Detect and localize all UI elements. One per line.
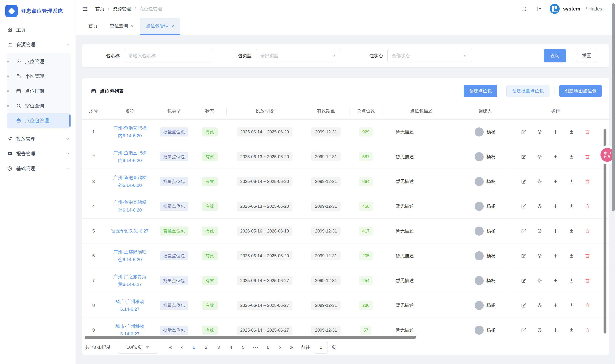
create-batch-package-button[interactable]: 创建批量点位包 <box>506 85 549 97</box>
create-map-package-button[interactable]: 创建地图点位包 <box>559 85 602 97</box>
view-icon[interactable] <box>537 253 542 259</box>
sidebar-item-grid[interactable]: 主页 <box>0 22 76 37</box>
last-page-button[interactable]: » <box>287 343 296 352</box>
package-name-link[interactable]: 广州-广之旅青海黄6.14-6.27 <box>111 273 149 288</box>
download-icon[interactable] <box>569 253 574 259</box>
edit-icon[interactable] <box>521 179 526 184</box>
package-type-select[interactable]: 全部类型 <box>256 49 340 62</box>
download-icon[interactable] <box>569 278 574 283</box>
sidebar-subitem-search[interactable]: 空位查询 <box>7 98 71 113</box>
goto-page-input[interactable] <box>314 341 328 353</box>
package-name-link[interactable]: 城市-广州移动6.14-6.27 <box>111 323 149 335</box>
view-icon[interactable] <box>537 327 542 333</box>
delete-icon[interactable] <box>585 154 590 159</box>
package-status-select[interactable]: 全部状态 <box>387 49 472 62</box>
breadcrumb-item[interactable]: 首页 <box>95 6 104 12</box>
edit-icon[interactable] <box>521 203 526 209</box>
delete-icon[interactable] <box>585 253 590 259</box>
download-icon[interactable] <box>569 129 574 135</box>
page-number[interactable]: 1 <box>189 343 199 352</box>
view-icon[interactable] <box>537 179 542 184</box>
add-icon[interactable] <box>553 154 558 159</box>
page-number[interactable]: 3 <box>214 343 223 352</box>
tab-点位包管理[interactable]: 点位包管理 × <box>140 18 180 35</box>
sidebar-subitem-target[interactable]: 点位管理 <box>7 54 71 69</box>
reset-button[interactable]: 重置 <box>576 49 597 62</box>
package-name-link[interactable]: 广州-鱼泡直聘梯内6.14-6.20 <box>111 149 149 164</box>
edit-icon[interactable] <box>521 253 526 259</box>
package-name-link[interactable]: 广州-鱼泡直聘梯外6.14-6.20 <box>111 199 149 214</box>
sidebar-collapse-icon[interactable] <box>82 6 88 12</box>
delete-icon[interactable] <box>585 203 590 209</box>
add-icon[interactable] <box>553 129 558 135</box>
delete-icon[interactable] <box>585 302 590 308</box>
breadcrumb-item[interactable]: 资源管理 <box>113 6 131 12</box>
sidebar-item-folder[interactable]: 资源管理 <box>0 37 76 52</box>
add-icon[interactable] <box>553 228 558 234</box>
view-icon[interactable] <box>537 278 542 283</box>
view-icon[interactable] <box>537 228 542 234</box>
search-button[interactable]: 查询 <box>544 49 566 62</box>
prev-page-button[interactable]: ‹ <box>177 343 187 352</box>
sidebar-item-report[interactable]: 报告管理 <box>0 146 76 161</box>
delete-icon[interactable] <box>585 278 590 283</box>
period-badge: 2025-06-14 ~ 2025-06-20 <box>237 251 293 260</box>
delete-icon[interactable] <box>585 327 590 333</box>
add-icon[interactable] <box>553 327 558 333</box>
download-icon[interactable] <box>569 154 574 159</box>
delete-icon[interactable] <box>585 228 590 234</box>
sidebar-item-gear[interactable]: 基础管理 <box>0 161 76 176</box>
delete-icon[interactable] <box>585 129 590 135</box>
page-number[interactable]: 5 <box>239 343 248 352</box>
user-chip[interactable]: Worktile system 「Hades」 <box>550 4 607 14</box>
package-name-link[interactable]: 广州-鱼泡直聘梯内6.14-6.20 <box>111 124 149 139</box>
sidebar-subitem-building[interactable]: 小区管理 <box>7 69 71 84</box>
sidebar-subitem-calendar[interactable]: 点位排期 <box>7 84 71 98</box>
first-page-button[interactable]: « <box>166 343 175 352</box>
package-name-link[interactable]: 省广-广州移动6.14-6.27 <box>111 298 149 313</box>
download-icon[interactable] <box>569 179 574 184</box>
edit-icon[interactable] <box>521 129 526 135</box>
page-number[interactable]: 8 <box>263 343 273 352</box>
package-name-link[interactable]: 广州-鱼泡直聘梯外6.14-6.20 <box>111 174 149 189</box>
more-pages-button[interactable]: ··· <box>251 343 261 352</box>
sidebar-subitem-bag[interactable]: 点位包管理 <box>7 113 71 128</box>
download-icon[interactable] <box>569 203 574 209</box>
fullscreen-icon[interactable] <box>521 6 527 12</box>
package-name-input[interactable] <box>124 49 212 62</box>
download-icon[interactable] <box>569 327 574 333</box>
tab-首页[interactable]: 首页 <box>82 18 104 35</box>
font-size-icon[interactable]: TT <box>535 5 541 12</box>
page-number[interactable]: 2 <box>201 343 211 352</box>
delete-icon[interactable] <box>585 179 590 184</box>
view-icon[interactable] <box>537 154 542 159</box>
view-icon[interactable] <box>537 129 542 135</box>
add-icon[interactable] <box>553 278 558 283</box>
edit-icon[interactable] <box>521 302 526 308</box>
edit-icon[interactable] <box>521 228 526 234</box>
download-icon[interactable] <box>569 302 574 308</box>
package-name-link[interactable]: 富颐华庭5.31-6.27 <box>111 227 149 235</box>
horizontal-scrollbar-thumb[interactable] <box>85 336 416 339</box>
row-index: 3 <box>92 179 95 184</box>
create-package-button[interactable]: 创建点位包 <box>464 85 497 97</box>
add-icon[interactable] <box>553 253 558 259</box>
add-icon[interactable] <box>553 302 558 308</box>
add-icon[interactable] <box>553 179 558 184</box>
sidebar-item-send[interactable]: 投放管理 <box>0 131 76 146</box>
view-icon[interactable] <box>537 203 542 209</box>
page-size-select[interactable]: 10条/页 <box>118 341 158 353</box>
tab-空位查询[interactable]: 空位查询 × <box>104 18 140 35</box>
page-scrollbar-thumb[interactable] <box>612 3 615 211</box>
page-number[interactable]: 4 <box>226 343 236 352</box>
edit-icon[interactable] <box>521 154 526 159</box>
edit-icon[interactable] <box>521 327 526 333</box>
next-page-button[interactable]: › <box>275 343 285 352</box>
close-icon[interactable]: × <box>171 24 174 28</box>
package-name-link[interactable]: 广州-王赫野演唱会6.14-6.20 <box>111 248 149 263</box>
close-icon[interactable]: × <box>131 24 134 28</box>
download-icon[interactable] <box>569 228 574 234</box>
add-icon[interactable] <box>553 203 558 209</box>
view-icon[interactable] <box>537 302 542 308</box>
edit-icon[interactable] <box>521 278 526 283</box>
